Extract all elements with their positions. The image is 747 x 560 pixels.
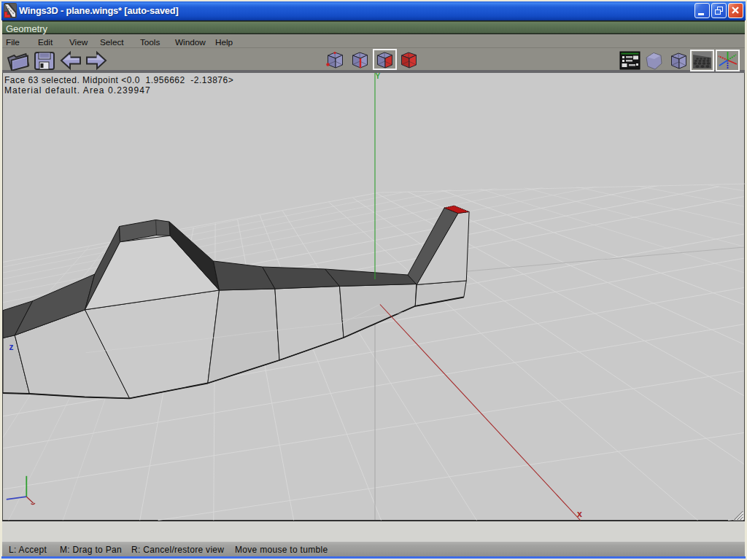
svg-text:z: z [9, 342, 14, 352]
svg-text:Y: Y [376, 72, 381, 80]
svg-text:x: x [577, 509, 582, 519]
